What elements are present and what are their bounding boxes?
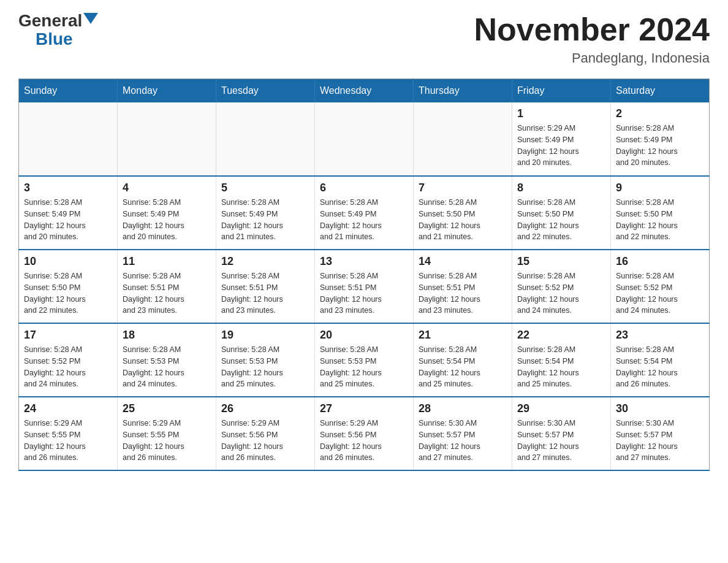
day-info: Sunrise: 5:29 AM Sunset: 5:56 PM Dayligh… xyxy=(320,418,408,464)
day-number: 24 xyxy=(24,402,112,415)
weekday-header-saturday: Saturday xyxy=(611,79,710,103)
day-number: 5 xyxy=(221,182,309,194)
day-info: Sunrise: 5:28 AM Sunset: 5:51 PM Dayligh… xyxy=(320,270,408,316)
day-info: Sunrise: 5:28 AM Sunset: 5:51 PM Dayligh… xyxy=(221,270,309,316)
calendar-cell xyxy=(118,102,216,176)
calendar-cell: 14Sunrise: 5:28 AM Sunset: 5:51 PM Dayli… xyxy=(414,250,512,323)
calendar-cell: 4Sunrise: 5:28 AM Sunset: 5:49 PM Daylig… xyxy=(118,176,216,250)
day-number: 6 xyxy=(320,182,408,194)
day-info: Sunrise: 5:28 AM Sunset: 5:49 PM Dayligh… xyxy=(221,197,309,243)
calendar-cell xyxy=(315,102,414,176)
calendar-cell: 26Sunrise: 5:29 AM Sunset: 5:56 PM Dayli… xyxy=(216,397,315,470)
day-info: Sunrise: 5:28 AM Sunset: 5:50 PM Dayligh… xyxy=(419,197,507,243)
day-number: 12 xyxy=(221,255,309,268)
calendar-cell: 22Sunrise: 5:28 AM Sunset: 5:54 PM Dayli… xyxy=(512,323,611,397)
day-number: 21 xyxy=(419,329,507,342)
day-info: Sunrise: 5:28 AM Sunset: 5:52 PM Dayligh… xyxy=(616,270,704,316)
calendar-cell: 5Sunrise: 5:28 AM Sunset: 5:49 PM Daylig… xyxy=(216,176,315,250)
day-info: Sunrise: 5:28 AM Sunset: 5:49 PM Dayligh… xyxy=(24,197,112,243)
calendar-cell: 13Sunrise: 5:28 AM Sunset: 5:51 PM Dayli… xyxy=(315,250,414,323)
day-info: Sunrise: 5:28 AM Sunset: 5:54 PM Dayligh… xyxy=(419,344,507,390)
weekday-header-monday: Monday xyxy=(118,79,216,103)
day-number: 16 xyxy=(616,255,704,268)
calendar-cell: 6Sunrise: 5:28 AM Sunset: 5:49 PM Daylig… xyxy=(315,176,414,250)
month-title: November 2024 xyxy=(474,12,710,47)
day-info: Sunrise: 5:28 AM Sunset: 5:53 PM Dayligh… xyxy=(221,344,309,390)
calendar-week-row: 10Sunrise: 5:28 AM Sunset: 5:50 PM Dayli… xyxy=(19,250,710,323)
day-info: Sunrise: 5:28 AM Sunset: 5:51 PM Dayligh… xyxy=(419,270,507,316)
day-number: 14 xyxy=(419,255,507,268)
day-number: 8 xyxy=(517,182,605,194)
day-number: 29 xyxy=(517,402,605,415)
calendar-week-row: 17Sunrise: 5:28 AM Sunset: 5:52 PM Dayli… xyxy=(19,323,710,397)
calendar-cell: 24Sunrise: 5:29 AM Sunset: 5:55 PM Dayli… xyxy=(19,397,118,470)
calendar-cell: 18Sunrise: 5:28 AM Sunset: 5:53 PM Dayli… xyxy=(118,323,216,397)
day-number: 22 xyxy=(517,329,605,342)
title-section: November 2024 Pandeglang, Indonesia xyxy=(474,12,710,66)
day-number: 19 xyxy=(221,329,309,342)
day-info: Sunrise: 5:28 AM Sunset: 5:49 PM Dayligh… xyxy=(616,123,704,169)
day-info: Sunrise: 5:29 AM Sunset: 5:49 PM Dayligh… xyxy=(517,123,605,169)
day-number: 25 xyxy=(123,402,211,415)
day-info: Sunrise: 5:28 AM Sunset: 5:53 PM Dayligh… xyxy=(320,344,408,390)
calendar-cell xyxy=(216,102,315,176)
day-info: Sunrise: 5:29 AM Sunset: 5:55 PM Dayligh… xyxy=(123,418,211,464)
day-number: 2 xyxy=(616,107,704,120)
calendar-cell: 7Sunrise: 5:28 AM Sunset: 5:50 PM Daylig… xyxy=(414,176,512,250)
calendar-cell: 16Sunrise: 5:28 AM Sunset: 5:52 PM Dayli… xyxy=(611,250,710,323)
day-number: 30 xyxy=(616,402,704,415)
calendar-cell: 3Sunrise: 5:28 AM Sunset: 5:49 PM Daylig… xyxy=(19,176,118,250)
logo-triangle-icon xyxy=(83,13,98,24)
day-number: 27 xyxy=(320,402,408,415)
calendar-cell: 2Sunrise: 5:28 AM Sunset: 5:49 PM Daylig… xyxy=(611,102,710,176)
day-number: 1 xyxy=(517,107,605,120)
calendar-cell: 25Sunrise: 5:29 AM Sunset: 5:55 PM Dayli… xyxy=(118,397,216,470)
calendar-cell: 27Sunrise: 5:29 AM Sunset: 5:56 PM Dayli… xyxy=(315,397,414,470)
weekday-header-tuesday: Tuesday xyxy=(216,79,315,103)
day-info: Sunrise: 5:28 AM Sunset: 5:54 PM Dayligh… xyxy=(517,344,605,390)
day-number: 7 xyxy=(419,182,507,194)
day-number: 10 xyxy=(24,255,112,268)
calendar-cell: 21Sunrise: 5:28 AM Sunset: 5:54 PM Dayli… xyxy=(414,323,512,397)
day-info: Sunrise: 5:28 AM Sunset: 5:50 PM Dayligh… xyxy=(517,197,605,243)
calendar-cell: 23Sunrise: 5:28 AM Sunset: 5:54 PM Dayli… xyxy=(611,323,710,397)
weekday-header-friday: Friday xyxy=(512,79,611,103)
calendar-cell: 20Sunrise: 5:28 AM Sunset: 5:53 PM Dayli… xyxy=(315,323,414,397)
day-info: Sunrise: 5:30 AM Sunset: 5:57 PM Dayligh… xyxy=(517,418,605,464)
day-info: Sunrise: 5:28 AM Sunset: 5:53 PM Dayligh… xyxy=(123,344,211,390)
calendar-cell: 10Sunrise: 5:28 AM Sunset: 5:50 PM Dayli… xyxy=(19,250,118,323)
logo-general: General xyxy=(18,12,82,29)
calendar-cell: 19Sunrise: 5:28 AM Sunset: 5:53 PM Dayli… xyxy=(216,323,315,397)
calendar-week-row: 3Sunrise: 5:28 AM Sunset: 5:49 PM Daylig… xyxy=(19,176,710,250)
day-info: Sunrise: 5:28 AM Sunset: 5:50 PM Dayligh… xyxy=(24,270,112,316)
calendar-cell: 1Sunrise: 5:29 AM Sunset: 5:49 PM Daylig… xyxy=(512,102,611,176)
calendar-cell: 11Sunrise: 5:28 AM Sunset: 5:51 PM Dayli… xyxy=(118,250,216,323)
day-number: 26 xyxy=(221,402,309,415)
calendar-cell: 8Sunrise: 5:28 AM Sunset: 5:50 PM Daylig… xyxy=(512,176,611,250)
calendar-table: SundayMondayTuesdayWednesdayThursdayFrid… xyxy=(18,79,710,471)
calendar-cell xyxy=(414,102,512,176)
day-number: 23 xyxy=(616,329,704,342)
calendar-cell: 15Sunrise: 5:28 AM Sunset: 5:52 PM Dayli… xyxy=(512,250,611,323)
day-info: Sunrise: 5:28 AM Sunset: 5:52 PM Dayligh… xyxy=(517,270,605,316)
calendar-cell: 28Sunrise: 5:30 AM Sunset: 5:57 PM Dayli… xyxy=(414,397,512,470)
day-number: 4 xyxy=(123,182,211,194)
calendar-week-row: 24Sunrise: 5:29 AM Sunset: 5:55 PM Dayli… xyxy=(19,397,710,470)
page-header: General Blue November 2024 Pandeglang, I… xyxy=(18,12,710,66)
day-number: 15 xyxy=(517,255,605,268)
calendar-cell: 12Sunrise: 5:28 AM Sunset: 5:51 PM Dayli… xyxy=(216,250,315,323)
day-info: Sunrise: 5:30 AM Sunset: 5:57 PM Dayligh… xyxy=(616,418,704,464)
calendar-cell xyxy=(19,102,118,176)
calendar-cell: 17Sunrise: 5:28 AM Sunset: 5:52 PM Dayli… xyxy=(19,323,118,397)
calendar-cell: 9Sunrise: 5:28 AM Sunset: 5:50 PM Daylig… xyxy=(611,176,710,250)
calendar-cell: 30Sunrise: 5:30 AM Sunset: 5:57 PM Dayli… xyxy=(611,397,710,470)
day-info: Sunrise: 5:29 AM Sunset: 5:56 PM Dayligh… xyxy=(221,418,309,464)
day-number: 11 xyxy=(123,255,211,268)
day-info: Sunrise: 5:30 AM Sunset: 5:57 PM Dayligh… xyxy=(419,418,507,464)
day-number: 20 xyxy=(320,329,408,342)
day-info: Sunrise: 5:28 AM Sunset: 5:54 PM Dayligh… xyxy=(616,344,704,390)
weekday-header-row: SundayMondayTuesdayWednesdayThursdayFrid… xyxy=(19,79,710,103)
day-info: Sunrise: 5:28 AM Sunset: 5:49 PM Dayligh… xyxy=(320,197,408,243)
logo: General Blue xyxy=(18,12,98,49)
day-info: Sunrise: 5:29 AM Sunset: 5:55 PM Dayligh… xyxy=(24,418,112,464)
